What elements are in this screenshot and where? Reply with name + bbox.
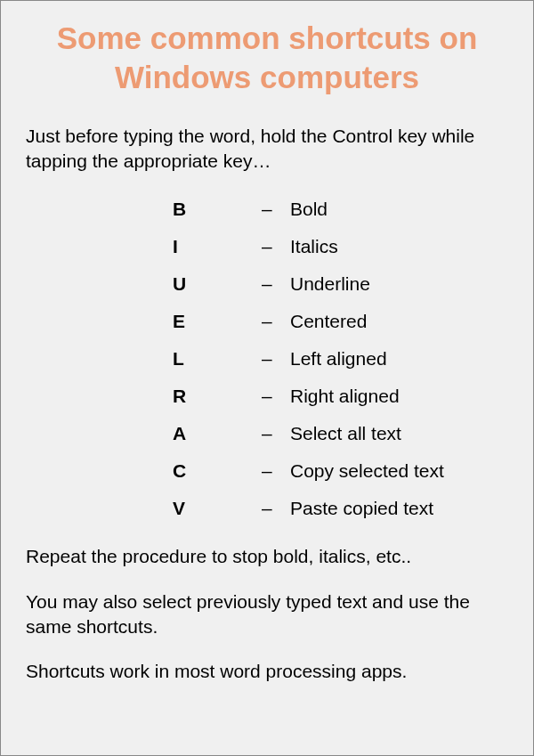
- shortcut-key: V: [173, 498, 262, 519]
- shortcut-row: R – Right aligned: [173, 386, 508, 407]
- shortcut-row: B – Bold: [173, 199, 508, 220]
- shortcut-dash: –: [262, 199, 290, 220]
- shortcut-row: U – Underline: [173, 273, 508, 295]
- shortcut-dash: –: [262, 236, 290, 257]
- shortcut-key: L: [173, 348, 262, 370]
- page-title: Some common shortcuts on Windows compute…: [26, 19, 508, 97]
- shortcut-key: U: [173, 273, 262, 295]
- shortcut-key: R: [173, 386, 262, 407]
- shortcut-desc: Italics: [290, 236, 508, 257]
- shortcut-dash: –: [262, 460, 290, 482]
- shortcut-desc: Right aligned: [290, 386, 508, 407]
- shortcut-desc: Underline: [290, 273, 508, 295]
- shortcut-dash: –: [262, 423, 290, 444]
- note-text: Shortcuts work in most word processing a…: [26, 659, 508, 684]
- shortcut-dash: –: [262, 498, 290, 519]
- note-text: You may also select previously typed tex…: [26, 589, 508, 640]
- shortcut-desc: Select all text: [290, 423, 508, 444]
- shortcut-desc: Paste copied text: [290, 498, 508, 519]
- shortcut-key: B: [173, 199, 262, 220]
- shortcut-row: L – Left aligned: [173, 348, 508, 370]
- shortcut-dash: –: [262, 273, 290, 295]
- shortcut-row: V – Paste copied text: [173, 498, 508, 519]
- shortcut-key: E: [173, 311, 262, 332]
- shortcut-desc: Bold: [290, 199, 508, 220]
- shortcut-key: I: [173, 236, 262, 257]
- shortcut-dash: –: [262, 386, 290, 407]
- shortcut-dash: –: [262, 311, 290, 332]
- note-text: Repeat the procedure to stop bold, itali…: [26, 544, 508, 569]
- shortcut-dash: –: [262, 348, 290, 370]
- shortcut-row: I – Italics: [173, 236, 508, 257]
- shortcut-key: A: [173, 423, 262, 444]
- shortcut-key: C: [173, 460, 262, 482]
- shortcut-row: C – Copy selected text: [173, 460, 508, 482]
- shortcut-desc: Left aligned: [290, 348, 508, 370]
- shortcut-row: A – Select all text: [173, 423, 508, 444]
- shortcut-desc: Centered: [290, 311, 508, 332]
- shortcut-row: E – Centered: [173, 311, 508, 332]
- shortcut-desc: Copy selected text: [290, 460, 508, 482]
- shortcut-list: B – Bold I – Italics U – Underline E – C…: [173, 199, 508, 519]
- intro-text: Just before typing the word, hold the Co…: [26, 124, 508, 175]
